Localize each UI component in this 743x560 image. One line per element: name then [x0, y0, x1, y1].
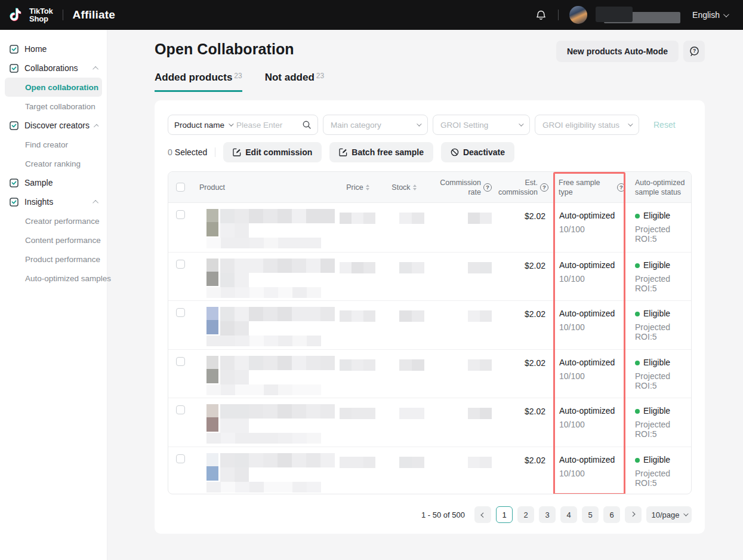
- reset-filters-link[interactable]: Reset: [653, 120, 676, 130]
- blurred-text-line: [220, 307, 335, 321]
- row-select-cell: [168, 203, 192, 252]
- est-commission-cell: $2.02: [497, 447, 553, 495]
- filter-select-groi-setting[interactable]: GROI Setting: [433, 115, 530, 135]
- tiktok-shop-logo[interactable]: TikTok Shop: [8, 6, 53, 24]
- column-label: Price: [346, 183, 363, 192]
- pagination-page-1[interactable]: 1: [496, 506, 513, 523]
- chevron-down-icon: [683, 511, 688, 516]
- batch-free-sample-button[interactable]: Batch free sample: [329, 142, 433, 162]
- blurred-value: [468, 408, 492, 419]
- help-button[interactable]: ?: [683, 41, 705, 62]
- select-all-checkbox[interactable]: [176, 183, 185, 192]
- pagination-page-3[interactable]: 3: [539, 506, 556, 523]
- select-value: GROI eligibility status: [542, 121, 619, 130]
- sidebar-item-creator-ranking[interactable]: Creator ranking: [0, 154, 107, 173]
- commission-rate-cell: [428, 301, 497, 349]
- sample-type-value: Auto-optimized: [559, 455, 625, 464]
- sidebar-item-target-collaboration[interactable]: Target collaboration: [0, 97, 107, 116]
- filter-select-main-category[interactable]: Main category: [323, 115, 428, 135]
- sidebar-item-collaborations[interactable]: Collaborations: [0, 59, 107, 78]
- filter-select-groi-eligibility-status[interactable]: GROI eligibility status: [535, 115, 639, 135]
- row-checkbox[interactable]: [176, 357, 185, 366]
- free-sample-type-cell: Auto-optimized10/100: [553, 447, 625, 495]
- tab-added-products[interactable]: Added products23: [155, 72, 242, 92]
- row-checkbox[interactable]: [176, 454, 185, 463]
- pagination-next-button[interactable]: [625, 506, 642, 523]
- stock-cell: [380, 398, 428, 447]
- free-sample-type-cell: Auto-optimized10/100: [553, 203, 625, 252]
- pagination-page-6[interactable]: 6: [603, 506, 620, 523]
- commission-rate-cell: [428, 350, 497, 398]
- help-icon[interactable]: ?: [617, 183, 625, 192]
- chevron-down-icon: [723, 11, 729, 17]
- deactivate-button[interactable]: Deactivate: [441, 142, 514, 162]
- sidebar-item-insights[interactable]: Insights: [0, 192, 107, 211]
- page-size-selector[interactable]: 10/page: [646, 506, 692, 523]
- row-checkbox[interactable]: [176, 405, 185, 414]
- product-thumbnail: [206, 259, 218, 286]
- status-dot-green: [635, 312, 640, 316]
- blurred-value: [399, 457, 424, 468]
- tab-not-added[interactable]: Not added23: [265, 72, 324, 92]
- price-cell: [335, 253, 380, 301]
- free-sample-type-cell: Auto-optimized10/100: [553, 301, 625, 349]
- sample-type-value: Auto-optimized: [559, 406, 625, 416]
- product-thumbnail: [206, 453, 218, 481]
- blurred-value: [340, 359, 375, 371]
- sidebar-item-sample[interactable]: Sample: [0, 173, 107, 192]
- language-selector[interactable]: English: [692, 10, 727, 20]
- row-select-cell: [168, 350, 192, 398]
- tab-count-badge: 23: [316, 72, 324, 80]
- blurred-value: [340, 310, 375, 322]
- row-checkbox[interactable]: [176, 308, 185, 317]
- sort-icon[interactable]: [366, 184, 369, 190]
- price-cell: [335, 398, 380, 447]
- app-name: Affiliate: [73, 8, 115, 21]
- pagination-prev-button[interactable]: [474, 506, 491, 523]
- pagination-page-5[interactable]: 5: [582, 506, 599, 523]
- row-checkbox[interactable]: [176, 210, 185, 219]
- status-detail: Projected ROI:5: [635, 371, 692, 390]
- help-icon[interactable]: ?: [483, 183, 492, 192]
- sidebar-item-product-performance[interactable]: Product performance: [0, 250, 107, 269]
- blurred-value: [468, 310, 492, 322]
- button-label: Edit commission: [245, 147, 312, 157]
- est-commission-cell: $2.02: [497, 350, 553, 398]
- sample-type-value: Auto-optimized: [559, 309, 625, 318]
- blurred-text-line: [220, 321, 249, 336]
- search-icon[interactable]: [302, 120, 312, 130]
- pagination-page-2[interactable]: 2: [517, 506, 534, 523]
- pagination-page-4[interactable]: 4: [560, 506, 577, 523]
- sidebar-item-find-creator[interactable]: Find creator: [0, 135, 107, 154]
- help-icon[interactable]: ?: [540, 183, 548, 192]
- column-header-price[interactable]: Price: [335, 172, 380, 202]
- sidebar-item-auto-optimized-samples[interactable]: Auto-optimized samples: [0, 269, 107, 288]
- row-checkbox[interactable]: [176, 260, 185, 269]
- commission-rate-cell: [428, 203, 497, 252]
- sort-desc-icon: [413, 188, 417, 190]
- blurred-text-line: [220, 419, 249, 433]
- search-field-selector[interactable]: Product name: [174, 121, 224, 130]
- new-products-auto-mode-button[interactable]: New products Auto-Mode: [556, 41, 679, 62]
- product-search-input[interactable]: Product name Please Enter: [168, 115, 318, 135]
- price-cell: [335, 350, 380, 398]
- sidebar-item-content-performance[interactable]: Content performance: [0, 230, 107, 250]
- stock-cell: [380, 447, 428, 495]
- status-line: Eligible: [635, 455, 692, 464]
- sidebar-item-home[interactable]: Home: [0, 39, 107, 59]
- product-thumbnail: [206, 307, 218, 334]
- sort-icon[interactable]: [413, 184, 417, 190]
- edit-commission-button[interactable]: Edit commission: [223, 142, 322, 162]
- avatar[interactable]: [569, 6, 587, 24]
- column-label: Est.commission: [498, 178, 538, 197]
- sidebar-item-open-collaboration[interactable]: Open collaboration: [5, 78, 102, 97]
- sample-type-value: Auto-optimized: [559, 358, 625, 367]
- sample-status-cell: EligibleProjected ROI:5: [625, 301, 692, 349]
- sidebar-item-discover-creators[interactable]: Discover creators: [0, 116, 107, 135]
- deactivate-icon: [451, 148, 459, 156]
- stock-cell: [380, 301, 428, 349]
- select-value: Main category: [331, 121, 381, 130]
- bell-icon[interactable]: [535, 9, 547, 21]
- column-header-stock[interactable]: Stock: [380, 172, 428, 202]
- sidebar-item-creator-performance[interactable]: Creator performance: [0, 211, 107, 230]
